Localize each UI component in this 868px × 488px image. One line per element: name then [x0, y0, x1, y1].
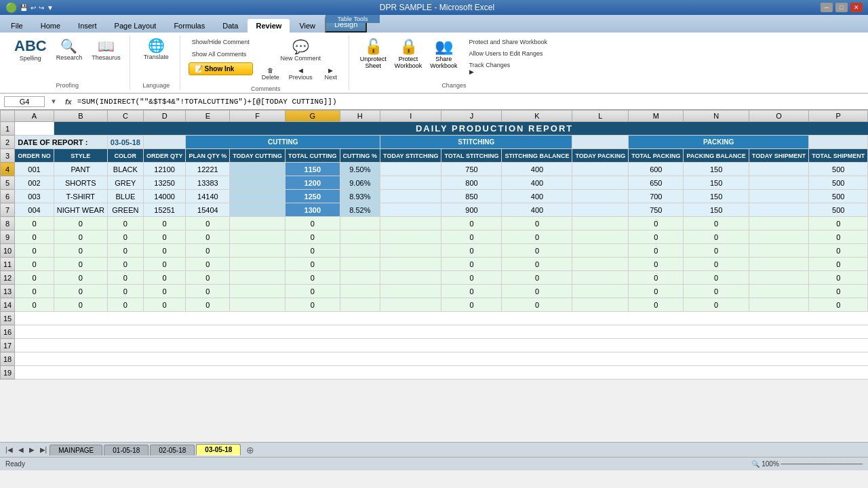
cell-n7[interactable]: 150: [684, 203, 749, 217]
cell-f6[interactable]: [230, 190, 285, 203]
row-header-9[interactable]: 9: [1, 230, 15, 244]
cell-i5[interactable]: [380, 176, 441, 190]
cell-b6[interactable]: T-SHIRT: [54, 190, 107, 203]
show-ink-button[interactable]: 📝 Show Ink: [189, 62, 253, 75]
col-header-k[interactable]: K: [502, 110, 572, 122]
undo-quick-btn[interactable]: ↩: [31, 4, 36, 12]
new-comment-button[interactable]: 💬 New Comment: [277, 37, 325, 64]
row-header-18[interactable]: 18: [1, 352, 15, 366]
table-row[interactable]: 5 002 SHORTS GREY 13250 13383 1200 9.06%…: [1, 176, 869, 190]
cell-i6[interactable]: [380, 190, 441, 203]
row-header-17[interactable]: 17: [1, 339, 15, 352]
cell-k4[interactable]: 400: [502, 163, 572, 176]
cell-e7[interactable]: 15404: [186, 203, 230, 217]
minimize-button[interactable]: ─: [821, 3, 833, 12]
cell-n6[interactable]: 150: [684, 190, 749, 203]
row-header-7[interactable]: 7: [1, 203, 15, 217]
cell-a7[interactable]: 004: [15, 203, 54, 217]
sheet-tab-01-05-18[interactable]: 01-05-18: [104, 445, 149, 455]
cell-i4[interactable]: [380, 163, 441, 176]
table-row[interactable]: 4 001 PANT BLACK 12100 12221 1150 9.50% …: [1, 163, 869, 176]
cell-f7[interactable]: [230, 203, 285, 217]
sheet-nav-next[interactable]: ▶: [26, 446, 37, 453]
col-header-j[interactable]: J: [441, 110, 502, 122]
row-header-19[interactable]: 19: [1, 366, 15, 380]
custom-quick-btn[interactable]: ▼: [47, 4, 54, 12]
sheet-tab-03-05-18[interactable]: 03-05-18: [196, 444, 241, 455]
row-header-13[interactable]: 13: [1, 285, 15, 298]
sheet-nav-prev[interactable]: ◀: [16, 446, 26, 453]
share-workbook-button[interactable]: 👥 ShareWorkbook: [427, 37, 460, 77]
row-header-15[interactable]: 15: [1, 312, 15, 325]
tab-home[interactable]: Home: [33, 19, 68, 33]
cell-b5[interactable]: SHORTS: [54, 176, 107, 190]
cell-l5[interactable]: [572, 176, 629, 190]
sheet-tab-02-05-18[interactable]: 02-05-18: [150, 445, 195, 455]
tab-data[interactable]: Data: [214, 19, 246, 33]
cell-d4[interactable]: 12100: [143, 163, 186, 176]
formula-input[interactable]: [77, 98, 864, 106]
add-sheet-btn[interactable]: ⊕: [242, 443, 258, 457]
col-header-i[interactable]: I: [380, 110, 441, 122]
cell-k5[interactable]: 400: [502, 176, 572, 190]
row-header-5[interactable]: 5: [1, 176, 15, 190]
row-header-1[interactable]: 1: [1, 122, 15, 136]
translate-button[interactable]: 🌐 Translate: [140, 37, 172, 62]
cell-g4[interactable]: 1150: [285, 163, 340, 176]
next-comment-button[interactable]: ▶ Next: [319, 65, 343, 83]
col-header-m[interactable]: M: [629, 110, 684, 122]
cell-c5[interactable]: GREY: [107, 176, 143, 190]
cell-d7[interactable]: 15251: [143, 203, 186, 217]
col-header-a[interactable]: A: [15, 110, 54, 122]
cell-j7[interactable]: 900: [441, 203, 502, 217]
cell-e4[interactable]: 12221: [186, 163, 230, 176]
cell-j5[interactable]: 800: [441, 176, 502, 190]
cell-k7[interactable]: 400: [502, 203, 572, 217]
spelling-button[interactable]: ABC Spelling: [11, 37, 50, 64]
track-changes-button[interactable]: Track Changes ▶: [466, 60, 551, 77]
col-header-e[interactable]: E: [186, 110, 230, 122]
tab-review[interactable]: Review: [248, 19, 290, 33]
col-header-c[interactable]: C: [107, 110, 143, 122]
cell-l7[interactable]: [572, 203, 629, 217]
cell-a4[interactable]: 001: [15, 163, 54, 176]
formula-expand-button[interactable]: ▼: [47, 98, 60, 105]
thesaurus-button[interactable]: 📖 Thesaurus: [88, 37, 124, 63]
cell-p7[interactable]: 500: [809, 203, 868, 217]
cell-reference-box[interactable]: [4, 96, 45, 107]
sheet-nav-first[interactable]: |◀: [3, 446, 16, 453]
cell-h4[interactable]: 9.50%: [340, 163, 380, 176]
cell-l6[interactable]: [572, 190, 629, 203]
row-header-4[interactable]: 4: [1, 163, 15, 176]
previous-comment-button[interactable]: ◀ Previous: [285, 65, 316, 83]
cell-a6[interactable]: 003: [15, 190, 54, 203]
row-header-16[interactable]: 16: [1, 325, 15, 339]
cell-g5[interactable]: 1200: [285, 176, 340, 190]
row-header-14[interactable]: 14: [1, 298, 15, 312]
cell-a5[interactable]: 002: [15, 176, 54, 190]
protect-workbook-button[interactable]: 🔒 ProtectWorkbook: [392, 37, 425, 77]
sheet-nav-last[interactable]: ▶|: [37, 446, 50, 453]
col-header-p[interactable]: P: [809, 110, 868, 122]
cell-i7[interactable]: [380, 203, 441, 217]
cell-j6[interactable]: 850: [441, 190, 502, 203]
cell-g6[interactable]: 1250: [285, 190, 340, 203]
cell-n4[interactable]: 150: [684, 163, 749, 176]
cell-l4[interactable]: [572, 163, 629, 176]
cell-p6[interactable]: 500: [809, 190, 868, 203]
col-header-f[interactable]: F: [230, 110, 285, 122]
row-header-8[interactable]: 8: [1, 217, 15, 230]
row-header-12[interactable]: 12: [1, 271, 15, 285]
col-header-n[interactable]: N: [684, 110, 749, 122]
cell-p4[interactable]: 500: [809, 163, 868, 176]
col-header-g[interactable]: G: [285, 110, 340, 122]
cell-m5[interactable]: 650: [629, 176, 684, 190]
sheet-tab-mainpage[interactable]: MAINPAGE: [50, 445, 102, 455]
allow-users-button[interactable]: Allow Users to Edit Ranges: [466, 48, 551, 59]
cell-n5[interactable]: 150: [684, 176, 749, 190]
cell-b4[interactable]: PANT: [54, 163, 107, 176]
row-header-6[interactable]: 6: [1, 190, 15, 203]
cell-g7[interactable]: 1300: [285, 203, 340, 217]
cell-m6[interactable]: 700: [629, 190, 684, 203]
cell-o7[interactable]: [749, 203, 808, 217]
